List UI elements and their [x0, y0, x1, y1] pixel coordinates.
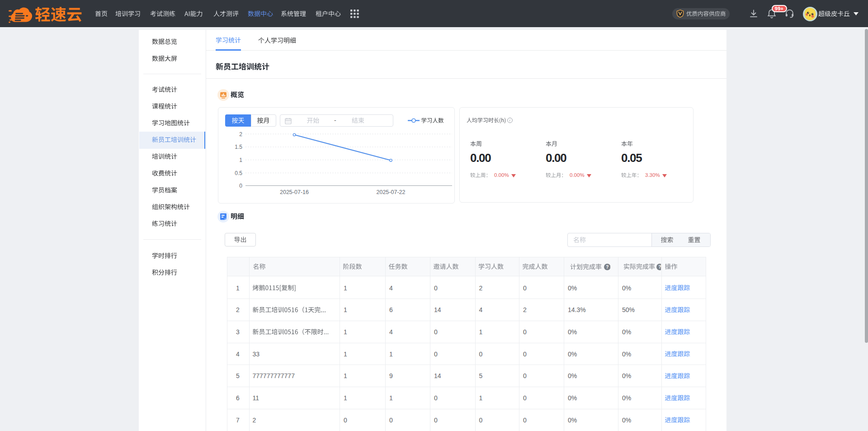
svg-text:2025-07-22: 2025-07-22 [377, 189, 406, 195]
svg-text:0: 0 [239, 183, 242, 189]
svg-text:1: 1 [239, 157, 242, 163]
svg-text:1.5: 1.5 [235, 144, 242, 150]
svg-text:2: 2 [239, 131, 242, 137]
svg-text:2025-07-16: 2025-07-16 [280, 189, 309, 195]
svg-text:?: ? [606, 265, 609, 270]
svg-text:0.5: 0.5 [235, 170, 242, 176]
svg-text:?: ? [658, 265, 661, 270]
